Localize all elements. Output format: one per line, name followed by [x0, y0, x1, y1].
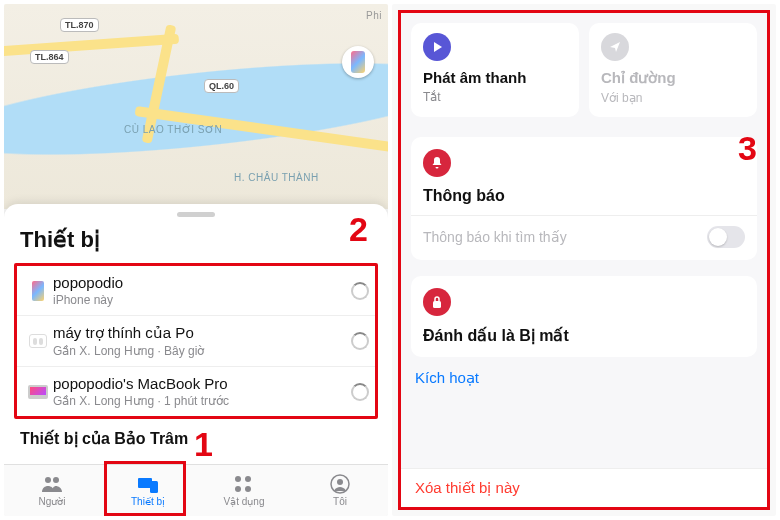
- me-icon: [328, 474, 352, 494]
- annotation-number-1: 1: [194, 425, 213, 464]
- device-subtitle: Gần X. Long Hưng · 1 phút trước: [53, 394, 351, 408]
- tab-label: Tôi: [333, 496, 347, 507]
- svg-point-6: [235, 486, 241, 492]
- map-view[interactable]: TL.870 TL.864 QL.60 CÙ LAO THỚI SƠN H. C…: [4, 4, 388, 209]
- directions-card[interactable]: Chỉ đường Với bạn: [589, 23, 757, 117]
- svg-point-1: [53, 477, 59, 483]
- airpods-icon: [29, 334, 47, 348]
- tab-label: Người: [38, 496, 65, 507]
- play-icon: [423, 33, 451, 61]
- annotation-box-1: [104, 461, 186, 516]
- section-title: Thông báo: [423, 187, 745, 205]
- remove-device-link[interactable]: Xóa thiết bị này: [401, 469, 767, 507]
- macbook-icon: [28, 385, 48, 399]
- sheet-grabber[interactable]: [177, 212, 215, 217]
- sheet-title: Thiết bị: [4, 225, 388, 263]
- people-icon: [40, 474, 64, 494]
- svg-point-9: [337, 479, 343, 485]
- screen-device-detail: 3 Phát âm thanh Tắt Chỉ đường Với bạn: [392, 4, 776, 516]
- iphone-icon: [32, 281, 44, 301]
- directions-icon: [601, 33, 629, 61]
- notify-when-found-row[interactable]: Thông báo khi tìm thấy: [411, 215, 757, 248]
- detail-highlight: 3 Phát âm thanh Tắt Chỉ đường Với bạn: [398, 10, 770, 510]
- action-cards-row: Phát âm thanh Tắt Chỉ đường Với bạn: [401, 13, 767, 121]
- svg-rect-10: [433, 301, 441, 308]
- iphone-icon: [351, 51, 365, 73]
- screen-find-my: TL.870 TL.864 QL.60 CÙ LAO THỚI SƠN H. C…: [4, 4, 388, 516]
- device-row[interactable]: popopodio's MacBook Pro Gần X. Long Hưng…: [17, 366, 375, 416]
- setting-label: Thông báo khi tìm thấy: [423, 229, 567, 245]
- annotation-number-3: 3: [738, 129, 757, 168]
- loading-spinner-icon: [351, 282, 369, 300]
- loading-spinner-icon: [351, 332, 369, 350]
- map-region-label: Phi: [366, 10, 382, 21]
- lost-mode-section: Đánh dấu là Bị mất: [411, 276, 757, 357]
- card-title: Chỉ đường: [601, 69, 745, 87]
- road-shield: TL.870: [60, 18, 99, 32]
- activate-lost-mode-link[interactable]: Kích hoạt: [401, 357, 767, 399]
- tab-items[interactable]: Vật dụng: [196, 465, 292, 516]
- section-title: Đánh dấu là Bị mất: [423, 326, 745, 345]
- svg-point-0: [45, 477, 51, 483]
- device-row[interactable]: máy trợ thính của Po Gần X. Long Hưng · …: [17, 315, 375, 366]
- map-region-label: CÙ LAO THỚI SƠN: [124, 124, 222, 135]
- tab-people[interactable]: Người: [4, 465, 100, 516]
- card-subtitle: Tắt: [423, 90, 567, 104]
- play-sound-card[interactable]: Phát âm thanh Tắt: [411, 23, 579, 117]
- device-name: popopodio: [53, 274, 351, 291]
- bell-icon: [423, 149, 451, 177]
- tab-bar: Người Thiết bị Vật dụng Tôi: [4, 464, 388, 516]
- items-icon: [232, 474, 256, 494]
- card-subtitle: Với bạn: [601, 91, 745, 105]
- loading-spinner-icon: [351, 383, 369, 401]
- tab-label: Vật dụng: [224, 496, 265, 507]
- road-shield: TL.864: [30, 50, 69, 64]
- svg-point-4: [235, 476, 241, 482]
- card-title: Phát âm thanh: [423, 69, 567, 86]
- device-location-pin[interactable]: [342, 46, 374, 78]
- svg-point-7: [245, 486, 251, 492]
- device-name: popopodio's MacBook Pro: [53, 375, 351, 392]
- annotation-number-2: 2: [349, 210, 368, 249]
- device-subtitle: iPhone này: [53, 293, 351, 307]
- device-name: máy trợ thính của Po: [53, 324, 351, 342]
- map-region-label: H. CHÂU THÀNH: [234, 172, 319, 183]
- tab-me[interactable]: Tôi: [292, 465, 388, 516]
- toggle-switch[interactable]: [707, 226, 745, 248]
- device-list-highlight: popopodio iPhone này máy trợ thính của P…: [14, 263, 378, 419]
- svg-point-5: [245, 476, 251, 482]
- device-row[interactable]: popopodio iPhone này: [17, 266, 375, 315]
- lock-icon: [423, 288, 451, 316]
- road-shield: QL.60: [204, 79, 239, 93]
- device-subtitle: Gần X. Long Hưng · Bây giờ: [53, 344, 351, 358]
- notifications-section: Thông báo Thông báo khi tìm thấy: [411, 137, 757, 260]
